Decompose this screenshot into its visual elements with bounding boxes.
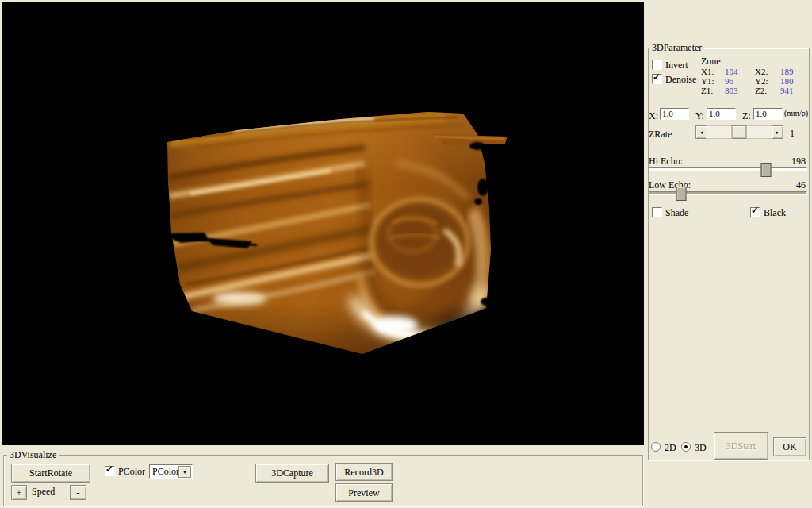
- scroll-right-button[interactable]: ►: [772, 125, 783, 139]
- low-echo-slider-track[interactable]: [649, 191, 807, 195]
- zone-y1-value: 96: [725, 76, 733, 86]
- ok-button[interactable]: OK: [773, 437, 806, 456]
- pcolor-checkbox-label: PColor: [118, 467, 145, 476]
- zone-z1-value: 803: [725, 86, 738, 95]
- denoise-checkbox[interactable]: ✓: [652, 74, 662, 84]
- zone-z2-value: 941: [780, 86, 794, 95]
- zrate-scrollbar[interactable]: ◄ ►: [695, 125, 783, 137]
- pcolor-dropdown-value: PColor: [152, 466, 179, 477]
- mode-3d-radio[interactable]: [681, 442, 691, 452]
- record-3d-button[interactable]: Record3D: [335, 463, 393, 481]
- x-scale-label: X:: [649, 111, 658, 121]
- zone-y1-label: Y1:: [701, 76, 714, 86]
- low-echo-value: 46: [776, 180, 806, 190]
- shade-checkbox[interactable]: [652, 207, 662, 217]
- zrate-value: 1: [790, 129, 795, 138]
- capture-3d-button[interactable]: 3DCapture: [255, 464, 329, 483]
- speed-plus-button[interactable]: +: [11, 485, 27, 500]
- y-scale-input[interactable]: [707, 108, 736, 120]
- invert-label: Invert: [665, 60, 688, 70]
- scroll-left-icon: ◄: [699, 130, 704, 135]
- zone-x2-value: 189: [780, 67, 794, 76]
- zone-z2-label: Z2:: [755, 86, 767, 95]
- black-checkbox[interactable]: ✓: [750, 207, 760, 217]
- z-scale-input[interactable]: [753, 108, 783, 120]
- hi-echo-slider-thumb[interactable]: [760, 163, 771, 177]
- y-scale-label: Y:: [695, 111, 704, 121]
- zone-x1-value: 104: [725, 67, 738, 76]
- 3d-viewport[interactable]: [2, 2, 644, 445]
- scroll-right-icon: ►: [776, 130, 780, 135]
- hi-echo-slider-track[interactable]: [649, 167, 807, 171]
- zrate-scrollbar-thumb[interactable]: [731, 125, 746, 139]
- pcolor-dropdown[interactable]: PColor ▼: [149, 464, 193, 479]
- check-icon: ✓: [751, 206, 759, 215]
- mode-2d-label: 2D: [665, 443, 676, 452]
- start-rotate-button[interactable]: StartRotate: [11, 464, 90, 483]
- visualize-group-label: 3DVisualize: [7, 450, 59, 460]
- zone-x2-label: X2:: [755, 67, 768, 76]
- voxel-unit-label: (mm/p): [784, 109, 808, 118]
- z-scale-label: Z:: [742, 111, 751, 121]
- speed-label: Speed: [32, 487, 55, 496]
- pcolor-checkbox[interactable]: ✓: [105, 466, 115, 476]
- preview-button[interactable]: Preview: [335, 483, 393, 502]
- application-window: 3DParameter Invert ✓ Denoise Zone X1: 10…: [0, 0, 812, 508]
- hi-echo-label: Hi Echo:: [649, 156, 683, 166]
- parameter-group-label: 3DParameter: [649, 43, 704, 52]
- shade-label: Shade: [665, 208, 688, 217]
- zone-z1-label: Z1:: [701, 86, 713, 95]
- check-icon: ✓: [105, 464, 113, 474]
- zone-label: Zone: [701, 56, 721, 66]
- invert-checkbox[interactable]: [652, 60, 662, 70]
- zrate-label: ZRate: [649, 129, 672, 139]
- dropdown-arrow-button[interactable]: ▼: [178, 466, 191, 478]
- mode-3d-label: 3D: [695, 443, 707, 452]
- zrate-scrollbar-track[interactable]: [706, 125, 773, 139]
- x-scale-input[interactable]: [660, 108, 689, 120]
- zone-y2-value: 180: [780, 76, 794, 86]
- radio-dot-icon: [684, 445, 688, 448]
- top-edge-sliver: [433, 134, 508, 145]
- denoise-label: Denoise: [665, 75, 696, 84]
- zone-x1-label: X1:: [701, 67, 714, 76]
- hi-echo-value: 198: [776, 156, 806, 166]
- ultrasound-volume-render: [2, 2, 644, 445]
- chevron-down-icon: ▼: [182, 470, 187, 475]
- low-echo-slider-thumb[interactable]: [676, 187, 686, 201]
- check-icon: ✓: [653, 72, 661, 82]
- speed-minus-button[interactable]: -: [70, 485, 86, 500]
- start-3d-button: 3DStart: [714, 432, 768, 460]
- zone-y2-label: Y2:: [755, 76, 768, 86]
- black-label: Black: [764, 208, 786, 217]
- mode-2d-radio[interactable]: [651, 442, 661, 452]
